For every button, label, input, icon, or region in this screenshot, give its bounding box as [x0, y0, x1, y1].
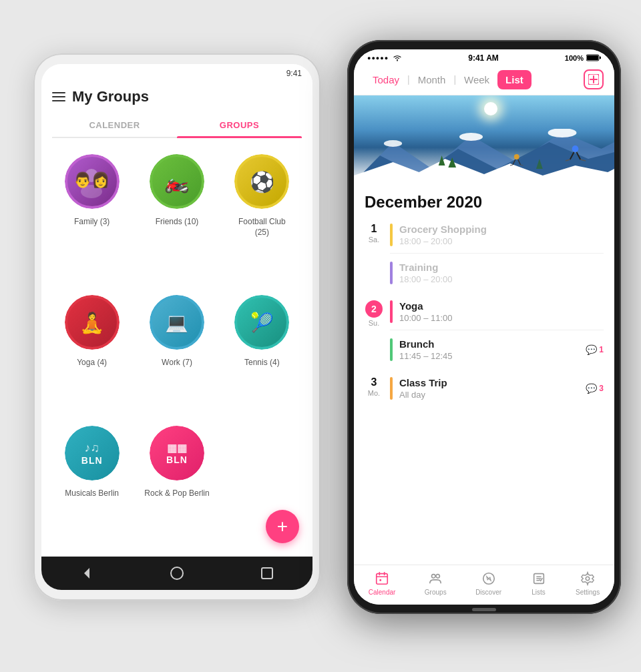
- svg-point-21: [572, 145, 579, 152]
- calendar-list: December 2020 1 Sa. Grocery Shopping 18:…: [354, 182, 614, 565]
- bottom-tab-label-groups: Groups: [425, 589, 447, 596]
- hero-banner: [354, 95, 614, 182]
- event-time-yoga: 10:00 – 11:00: [399, 313, 604, 323]
- group-item-football[interactable]: ⚽ Football Club(25): [222, 151, 302, 282]
- bottom-tab-label-calendar: Calendar: [369, 589, 396, 596]
- month-title: December 2020: [354, 182, 614, 217]
- svg-text:👨‍👩: 👨‍👩: [73, 171, 110, 189]
- group-item-bln1[interactable]: ♪♫ BLN Musicals Berlin: [52, 423, 132, 543]
- svg-rect-8: [590, 79, 598, 80]
- status-time: 9:41 AM: [468, 53, 499, 63]
- tab-week[interactable]: Week: [456, 70, 497, 89]
- android-phone: 9:41 My Groups CALENDER GROUPS: [33, 53, 320, 601]
- tab-today[interactable]: Today: [365, 70, 407, 89]
- tab-list[interactable]: List: [497, 70, 531, 89]
- day-label-2: Su.: [369, 319, 380, 327]
- event-comment-class-trip: 💬 3: [586, 377, 604, 400]
- event-title-training: Training: [399, 262, 604, 273]
- day-label-1: Sa.: [369, 236, 380, 244]
- event-time-brunch: 11:45 – 12:45: [399, 351, 579, 361]
- discover-icon: [481, 571, 497, 587]
- ios-phone: ●●●●● 9:41 AM 100%: [347, 40, 621, 614]
- event-title-brunch: Brunch: [399, 338, 579, 350]
- group-label-work: Work (7): [162, 358, 192, 368]
- event-title-class-trip: Class Trip: [399, 377, 579, 388]
- event-time-training: 18:00 – 20:00: [399, 274, 604, 284]
- svg-point-14: [548, 129, 577, 137]
- group-item-bln2[interactable]: ▦▦ BLN Rock & Pop Berlin: [137, 423, 216, 543]
- bottom-tab-settings[interactable]: Settings: [576, 571, 600, 596]
- signal-dots: ●●●●●: [367, 55, 389, 61]
- tab-calender[interactable]: CALENDER: [52, 113, 177, 137]
- day-group-3: 3 Mo. Class Trip All day 💬 3: [354, 370, 614, 406]
- group-item-tennis[interactable]: 🎾 Tennis (4): [222, 292, 302, 412]
- bottom-tab-groups[interactable]: Groups: [425, 571, 447, 596]
- group-item-yoga[interactable]: 🧘 Yoga (4): [52, 292, 132, 412]
- tab-groups[interactable]: GROUPS: [177, 113, 302, 137]
- android-nav-bar: [41, 557, 312, 590]
- bottom-tab-label-settings: Settings: [576, 589, 600, 596]
- battery-percentage: 100%: [565, 54, 584, 62]
- wifi-icon: [393, 53, 402, 63]
- day-group-2: 2 Su. Yoga 10:00 – 11:00: [354, 294, 614, 368]
- android-header: My Groups CALENDER GROUPS: [41, 83, 312, 138]
- svg-rect-6: [600, 56, 601, 59]
- ios-view-tabs: Today | Month | Week List: [365, 70, 531, 89]
- event-title-yoga: Yoga: [399, 300, 604, 312]
- svg-point-35: [436, 574, 440, 578]
- svg-marker-3: [84, 568, 89, 579]
- page-title: My Groups: [72, 88, 149, 105]
- group-item-family[interactable]: 👨‍👩 Family (3): [52, 151, 132, 282]
- group-item-friends[interactable]: 🏍️ Friends (10): [137, 151, 216, 282]
- group-label-family: Family (3): [74, 217, 110, 228]
- svg-point-15: [384, 140, 402, 147]
- group-label-football: Football Club(25): [238, 217, 286, 238]
- event-training[interactable]: Training 18:00 – 20:00: [390, 255, 604, 291]
- event-title-grocery: Grocery Shopping: [399, 224, 604, 235]
- battery-icon: [586, 54, 601, 63]
- calendar-icon: [374, 571, 390, 587]
- bottom-tab-lists[interactable]: Lists: [531, 571, 547, 596]
- group-item-work[interactable]: 💻 Work (7): [137, 292, 216, 412]
- svg-point-16: [514, 154, 519, 159]
- day-number-2: 2: [365, 300, 383, 318]
- svg-point-13: [459, 133, 483, 141]
- bottom-tab-calendar[interactable]: Calendar: [369, 571, 396, 596]
- svg-rect-29: [377, 573, 388, 584]
- event-yoga[interactable]: Yoga 10:00 – 11:00: [390, 294, 604, 330]
- ios-status-bar: ●●●●● 9:41 AM 100%: [354, 49, 614, 64]
- bottom-tab-label-lists: Lists: [531, 589, 546, 596]
- day-number-1: 1: [371, 224, 377, 234]
- settings-icon: [580, 571, 596, 587]
- bottom-tab-discover[interactable]: Discover: [475, 571, 501, 596]
- groups-grid: 👨‍👩 Family (3) 🏍️ Friends (10) ⚽: [41, 138, 312, 557]
- day-label-3: Mo.: [368, 389, 380, 397]
- group-label-tennis: Tennis (4): [244, 358, 280, 368]
- event-comment-brunch: 💬 1: [586, 338, 604, 361]
- hamburger-menu-icon[interactable]: [52, 92, 65, 101]
- event-grocery[interactable]: Grocery Shopping 18:00 – 20:00: [390, 217, 604, 254]
- android-tabs: CALENDER GROUPS: [52, 113, 302, 138]
- ios-bottom-tab-bar: Calendar Groups: [354, 565, 614, 605]
- lists-icon: [531, 571, 547, 587]
- add-group-button[interactable]: +: [266, 510, 299, 543]
- svg-point-34: [432, 574, 436, 578]
- bottom-tab-label-discover: Discover: [475, 589, 501, 596]
- event-time-grocery: 18:00 – 20:00: [399, 236, 604, 246]
- add-event-button[interactable]: [584, 69, 604, 89]
- day-number-3: 3: [371, 377, 377, 388]
- back-button[interactable]: [73, 560, 100, 587]
- ios-home-button[interactable]: [472, 608, 496, 611]
- event-class-trip[interactable]: Class Trip All day 💬 3: [390, 370, 604, 406]
- groups-icon: [427, 571, 443, 587]
- svg-rect-33: [379, 579, 381, 581]
- event-time-class-trip: All day: [399, 390, 579, 400]
- home-button[interactable]: [164, 560, 190, 587]
- recents-button[interactable]: [254, 560, 280, 587]
- group-label-friends: Friends (10): [156, 217, 199, 228]
- svg-point-41: [586, 577, 590, 581]
- event-brunch[interactable]: Brunch 11:45 – 12:45 💬 1: [390, 332, 604, 368]
- status-time: 9:41: [286, 69, 302, 78]
- day-group-1: 1 Sa. Grocery Shopping 18:00 – 20:00: [354, 217, 614, 291]
- tab-month[interactable]: Month: [410, 70, 454, 89]
